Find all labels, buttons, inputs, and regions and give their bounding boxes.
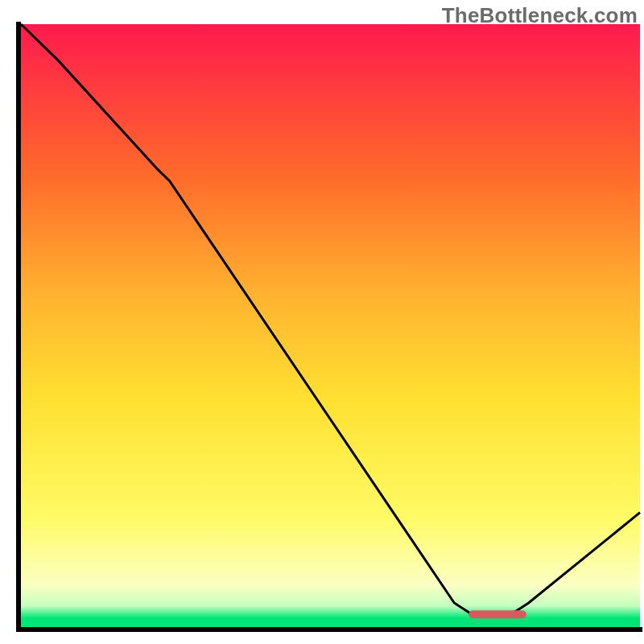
- watermark-text: TheBottleneck.com: [442, 3, 638, 28]
- chart-container: TheBottleneck.com: [0, 0, 644, 644]
- bottleneck-chart: [0, 0, 644, 644]
- plot-background: [21, 24, 640, 627]
